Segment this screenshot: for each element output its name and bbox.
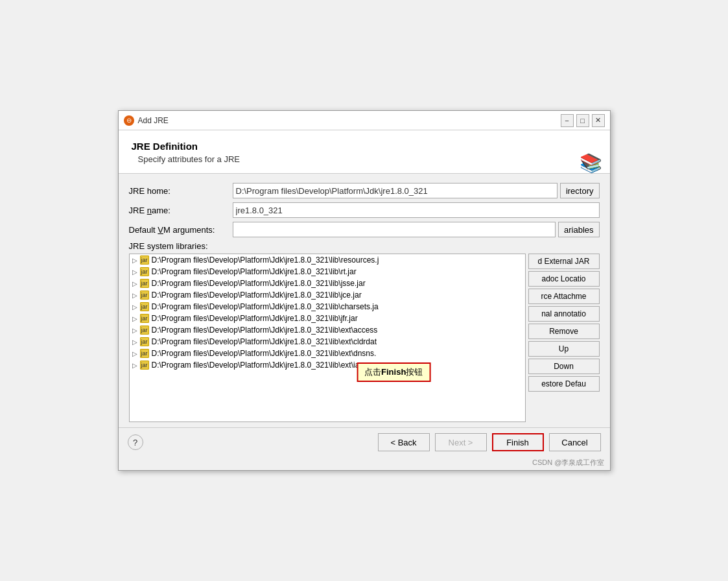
list-item[interactable]: ▷jarD:\Program files\Develop\Platform\Jd…: [130, 278, 525, 289]
remove-button[interactable]: Remove: [528, 324, 600, 339]
jar-icon: jar: [140, 279, 149, 288]
expand-arrow-icon: ▷: [132, 315, 139, 322]
jre-name-label: JRE name:: [129, 206, 233, 215]
expand-arrow-icon: ▷: [132, 303, 139, 311]
expand-arrow-icon: ▷: [132, 280, 139, 287]
list-item[interactable]: ▷jarD:\Program files\Develop\Platform\Jd…: [130, 254, 525, 266]
variables-button[interactable]: ariables: [558, 222, 600, 237]
header-subtitle: Specify attributes for a JRE: [138, 154, 597, 164]
jre-home-label: JRE home:: [129, 186, 233, 196]
expand-arrow-icon: ▷: [132, 362, 139, 369]
libraries-label: JRE system libraries:: [129, 241, 600, 251]
directory-button[interactable]: irectory: [560, 183, 600, 198]
jre-home-row: JRE home: irectory: [129, 183, 600, 198]
vm-args-label: Default VM arguments:: [129, 225, 233, 235]
jar-icon: jar: [140, 290, 149, 300]
tooltip-text-suffix: 按钮: [406, 367, 423, 377]
jar-icon: jar: [140, 255, 149, 265]
up-button[interactable]: Up: [528, 341, 600, 357]
jar-icon: jar: [140, 361, 149, 370]
expand-arrow-icon: ▷: [132, 292, 139, 299]
finish-button[interactable]: Finish: [492, 433, 544, 451]
expand-arrow-icon: ▷: [132, 257, 139, 264]
help-button[interactable]: ?: [128, 434, 143, 450]
header-section: JRE Definition Specify attributes for a …: [119, 130, 610, 174]
jar-icon: jar: [140, 302, 149, 311]
footer-bar: ? < Back Next > Finish Cancel: [119, 427, 610, 456]
jre-name-row: JRE name:: [129, 202, 600, 218]
list-item[interactable]: ▷jarD:\Program files\Develop\Platform\Jd…: [130, 324, 525, 336]
list-item[interactable]: ▷jarD:\Program files\Develop\Platform\Jd…: [130, 359, 525, 371]
content-area: JRE home: irectory JRE name: Default VM …: [119, 174, 610, 427]
add-jre-window: ⊖ Add JRE − □ ✕ JRE Definition Specify a…: [118, 110, 611, 471]
list-item[interactable]: ▷jarD:\Program files\Develop\Platform\Jd…: [130, 289, 525, 301]
restore-defaults-button[interactable]: estore Defau: [528, 376, 600, 392]
jar-icon: jar: [140, 267, 149, 276]
annotation-button[interactable]: nal annotatio: [528, 306, 600, 322]
header-title: JRE Definition: [132, 141, 597, 152]
list-item[interactable]: ▷jarD:\Program files\Develop\Platform\Jd…: [130, 348, 525, 359]
next-button[interactable]: Next >: [435, 433, 487, 451]
libraries-area: ▷jarD:\Program files\Develop\Platform\Jd…: [129, 254, 600, 422]
vm-args-row: Default VM arguments: ariables: [129, 222, 600, 237]
window-icon: ⊖: [124, 115, 134, 126]
jar-icon: jar: [140, 314, 149, 323]
expand-arrow-icon: ▷: [132, 327, 139, 334]
jar-icon: jar: [140, 349, 149, 358]
source-attachment-button[interactable]: rce Attachme: [528, 289, 600, 304]
minimize-button[interactable]: −: [561, 114, 574, 127]
title-bar: ⊖ Add JRE − □ ✕: [119, 111, 610, 130]
down-button[interactable]: Down: [528, 359, 600, 374]
jre-home-input[interactable]: [233, 183, 558, 198]
list-item[interactable]: ▷jarD:\Program files\Develop\Platform\Jd…: [130, 266, 525, 278]
window-controls: − □ ✕: [561, 114, 605, 127]
jar-icon: jar: [140, 337, 149, 346]
expand-arrow-icon: ▷: [132, 268, 139, 276]
close-button[interactable]: ✕: [592, 114, 605, 127]
books-icon: 📚: [580, 152, 602, 174]
tooltip-box: 点击Finish按钮: [357, 362, 430, 382]
list-item[interactable]: ▷jarD:\Program files\Develop\Platform\Jd…: [130, 313, 525, 324]
jre-name-input[interactable]: [233, 202, 600, 218]
library-buttons: d External JAR adoc Locatio rce Attachme…: [528, 254, 600, 422]
list-item[interactable]: ▷jarD:\Program files\Develop\Platform\Jd…: [130, 301, 525, 313]
expand-arrow-icon: ▷: [132, 338, 139, 346]
cancel-button[interactable]: Cancel: [549, 433, 601, 451]
list-item[interactable]: ▷jarD:\Program files\Develop\Platform\Jd…: [130, 336, 525, 348]
back-button[interactable]: < Back: [378, 433, 430, 451]
add-external-jar-button[interactable]: d External JAR: [528, 254, 600, 269]
vm-args-input[interactable]: [233, 222, 556, 237]
jar-icon: jar: [140, 326, 149, 335]
tooltip-text-bold: Finish: [381, 367, 406, 377]
expand-arrow-icon: ▷: [132, 350, 139, 357]
maximize-button[interactable]: □: [576, 114, 589, 127]
tooltip-text-plain: 点击: [364, 367, 381, 377]
window-title: Add JRE: [138, 116, 561, 125]
javadoc-location-button[interactable]: adoc Locatio: [528, 271, 600, 287]
watermark: CSDN @李泉成工作室: [119, 456, 610, 470]
libraries-list[interactable]: ▷jarD:\Program files\Develop\Platform\Jd…: [129, 254, 526, 422]
